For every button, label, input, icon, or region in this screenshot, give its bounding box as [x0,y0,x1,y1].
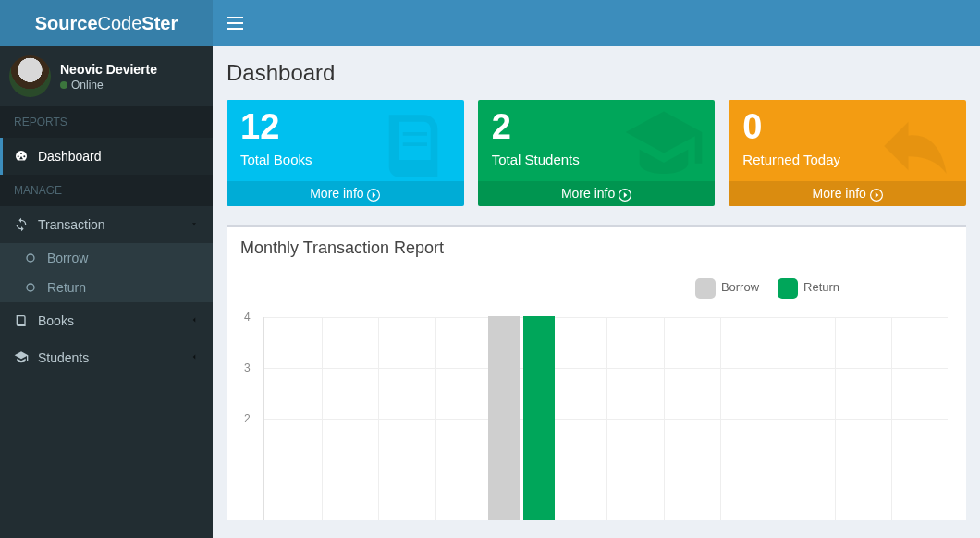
legend-item-borrow: Borrow [695,278,759,299]
circle-o-icon [23,251,38,265]
chevron-left-icon [190,352,199,363]
sidebar-item-return[interactable]: Return [0,273,213,302]
user-status: Online [60,79,157,92]
chart-box: Monthly Transaction Report Borrow Return… [227,225,966,520]
book-icon [14,313,29,328]
sidebar-item-transaction[interactable]: Transaction [0,206,213,243]
legend-swatch-borrow [695,278,716,299]
chevron-left-icon [190,315,199,326]
stat-value: 0 [742,109,952,144]
legend-swatch-return [778,278,798,299]
bar-return-May [523,316,555,520]
stat-value: 12 [240,109,450,144]
brand-part-2: Code [98,13,142,33]
sidebar-item-label: Students [38,350,89,365]
chevron-down-icon [190,219,199,230]
sidebar-item-label: Borrow [47,251,88,265]
sidebar-item-label: Books [38,313,74,328]
refresh-icon [14,217,29,232]
chart-plot-area: 234 [263,317,948,520]
page-title: Dashboard [227,60,966,86]
stat-label: Returned Today [742,152,952,167]
more-info-link[interactable]: More info [227,181,464,206]
user-name: Neovic Devierte [60,62,157,77]
sidebar-item-books[interactable]: Books [0,302,213,339]
svg-point-0 [27,254,34,262]
brand-logo[interactable]: SourceCodeSter [0,0,213,46]
y-tick-label: 4 [244,311,251,324]
sidebar-header-reports: REPORTS [0,106,213,138]
user-panel: Neovic Devierte Online [0,46,213,106]
sidebar-item-students[interactable]: Students [0,339,213,376]
sidebar-item-label: Dashboard [38,149,102,164]
legend-item-return: Return [778,278,839,299]
svg-point-1 [27,284,34,291]
stat-boxes-row: 12Total BooksMore info 2Total StudentsMo… [227,100,966,206]
avatar [9,55,51,97]
brand-part-3: Ster [141,13,178,33]
y-tick-label: 2 [244,412,251,425]
sidebar: Neovic Devierte Online REPORTS Dashboard… [0,46,213,538]
chart-title: Monthly Transaction Report [227,227,966,269]
menu-toggle-icon[interactable] [227,17,243,30]
main-content: Dashboard 12Total BooksMore info 2Total … [213,46,980,538]
more-info-link[interactable]: More info [478,181,716,206]
sidebar-header-manage: MANAGE [0,175,213,206]
stat-label: Total Books [240,152,450,167]
more-info-link[interactable]: More info [729,181,966,206]
tachometer-icon [14,149,29,164]
chart-legend: Borrow Return [263,278,948,299]
sidebar-item-label: Transaction [38,217,105,232]
sidebar-item-dashboard[interactable]: Dashboard [0,138,213,175]
y-tick-label: 3 [244,361,251,374]
bar-borrow-May [488,316,520,520]
stat-box-orange: 0Returned TodayMore info [729,100,966,206]
stat-value: 2 [492,109,702,144]
stat-box-aqua: 12Total BooksMore info [227,100,464,206]
circle-o-icon [23,280,38,295]
stat-box-green: 2Total StudentsMore info [478,100,716,206]
stat-label: Total Students [492,152,702,167]
brand-part-1: Source [35,13,98,33]
sidebar-item-label: Return [47,280,86,295]
graduation-cap-icon [14,350,29,365]
online-dot-icon [60,81,67,89]
transaction-submenu: Borrow Return [0,243,213,302]
sidebar-item-borrow[interactable]: Borrow [0,243,213,273]
